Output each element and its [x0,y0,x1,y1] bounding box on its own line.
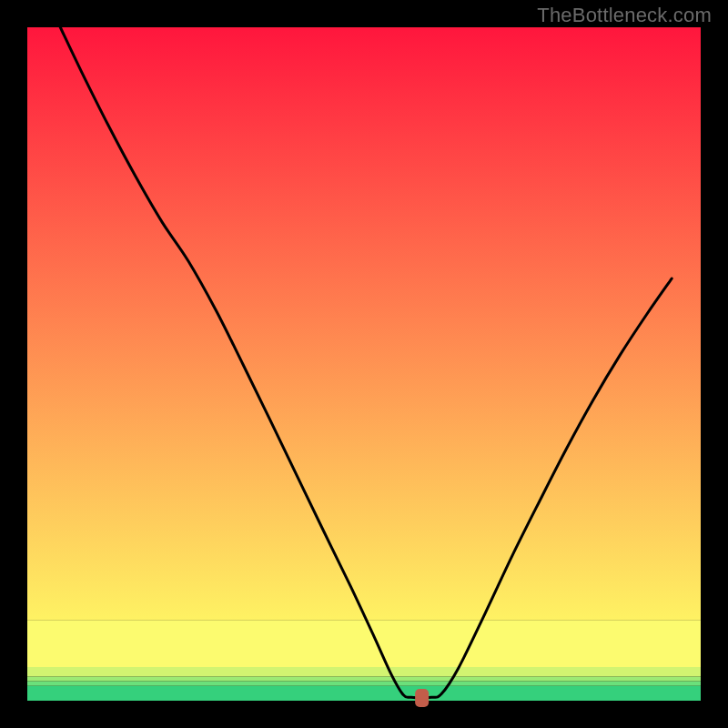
chart-container: TheBottleneck.com [0,0,728,728]
svg-rect-0 [27,686,701,701]
svg-rect-5 [27,27,701,620]
svg-rect-4 [27,620,701,667]
svg-rect-2 [27,676,701,681]
watermark-text: TheBottleneck.com [537,4,712,27]
marker-dot [415,689,429,707]
bottleneck-plot [0,0,728,728]
svg-rect-1 [27,682,701,686]
svg-rect-3 [27,667,701,676]
